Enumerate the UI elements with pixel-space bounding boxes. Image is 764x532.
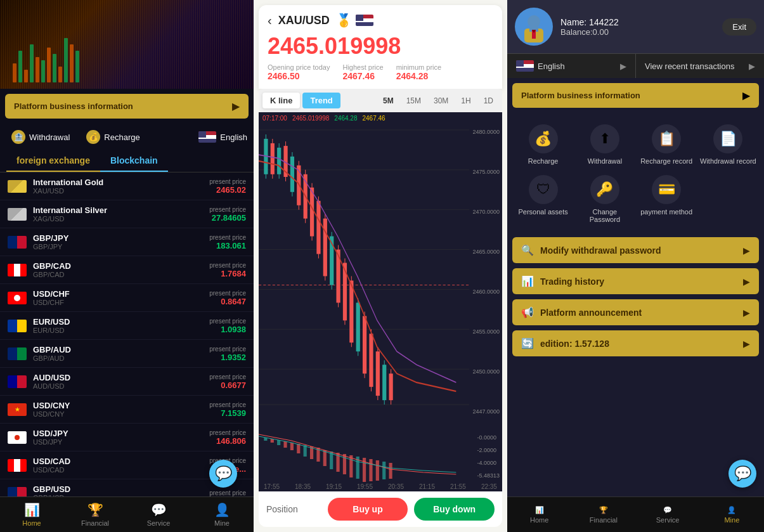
exit-button[interactable]: Exit	[722, 18, 756, 36]
price-label: present price	[209, 206, 246, 213]
tab-kline[interactable]: K line	[262, 93, 300, 108]
buy-up-button[interactable]: Buy up	[328, 498, 408, 521]
nav-mine[interactable]: 👤 Mine	[190, 497, 254, 532]
svg-rect-51	[277, 440, 280, 445]
tab-trend[interactable]: Trend	[302, 93, 340, 108]
list-item[interactable]: USD/CHF USD/CHF present price 0.8647	[0, 284, 254, 312]
recharge-record-grid-item[interactable]: 📋 Recharge record	[636, 119, 697, 170]
trading-history-item[interactable]: 📊 Trading history ▶	[512, 268, 759, 294]
personal-assets-grid-item[interactable]: 🛡 Personal assets	[512, 170, 574, 228]
language-option[interactable]: English ▶	[507, 54, 636, 78]
withdrawal-record-label: Withdrawal record	[700, 157, 756, 165]
payment-method-grid-item[interactable]: 💳 payment method	[636, 170, 697, 228]
candlestick-chart[interactable]: 07:17:00 2465.019998 2464.28 2467.46 248…	[259, 112, 502, 431]
list-item[interactable]: AUD/USD AUD/USD present price 0.6677	[0, 368, 254, 396]
currency-code: XAG/USD	[33, 215, 209, 223]
withdrawal-grid-item[interactable]: ⬆ Withdrawal	[574, 119, 635, 170]
currency-name: GBP/CAD	[33, 261, 209, 271]
position-link[interactable]: Position	[266, 504, 321, 514]
list-item[interactable]: ★ USD/CNY USD/CNY present price 7.1539	[0, 396, 254, 424]
right-nav-mine[interactable]: 👤 Mine	[700, 497, 764, 532]
volume-svg	[259, 431, 502, 482]
currency-name: USD/CNY	[33, 401, 209, 410]
highest-val: 2467.46	[342, 71, 383, 81]
right-nav-service[interactable]: 💬 Service	[636, 497, 700, 532]
time-tab-1d[interactable]: 1D	[479, 93, 498, 108]
withdrawal-button[interactable]: 🏦 Withdrawal	[6, 127, 75, 146]
min-price-stat: minimum price 2464.28	[396, 63, 442, 81]
time-tab-15m[interactable]: 15M	[401, 93, 426, 108]
chat-fab-left[interactable]: 💬	[209, 460, 237, 488]
currency-code: GBP/CAD	[33, 271, 209, 278]
tab-blockchain[interactable]: Blockchain	[100, 150, 168, 172]
list-item[interactable]: International Silver XAG/USD present pri…	[0, 200, 254, 228]
chat-fab-right[interactable]: 💬	[728, 460, 756, 488]
price-label: present price	[209, 290, 246, 297]
currency-flag-gbpusd	[8, 487, 27, 497]
time-tab-30m[interactable]: 30M	[429, 93, 453, 108]
currency-name: GBP/USD	[33, 484, 209, 494]
modify-password-text: Modify withdrawal password	[540, 245, 737, 256]
right-nav-home[interactable]: 📊 Home	[507, 497, 571, 532]
currency-name: USD/CAD	[33, 457, 209, 466]
withdrawal-record-grid-item[interactable]: 📄 Withdrawal record	[697, 119, 759, 170]
list-item[interactable]: International Gold XAU/USD present price…	[0, 172, 254, 200]
chart-price1: 2465.019998	[292, 115, 329, 122]
list-item[interactable]: GBP/CAD GBP/CAD present price 1.7684	[0, 256, 254, 284]
change-password-grid-item[interactable]: 🔑 Change Password	[574, 170, 635, 228]
nav-service[interactable]: 💬 Service	[127, 497, 190, 532]
nav-home[interactable]: 📊 Home	[0, 497, 63, 532]
platform-announcement-item[interactable]: 📢 Platform announcement ▶	[512, 299, 759, 325]
menu-arrow-2: ▶	[743, 276, 750, 287]
recharge-icon: 💰	[86, 130, 100, 144]
trading-history-icon: 📊	[521, 275, 534, 287]
opening-price-stat: Opening price today 2466.50	[268, 63, 330, 81]
currency-name: International Silver	[33, 205, 209, 215]
min-label: minimum price	[396, 63, 442, 71]
edition-item[interactable]: 🔄 edition: 1.57.128 ▶	[512, 330, 759, 356]
lang-row: English ▶ View recent transactions ▶	[507, 53, 764, 78]
svg-point-69	[528, 15, 540, 28]
withdrawal-label: Withdrawal	[588, 157, 622, 165]
chart-timestamp: 07:17:00	[262, 115, 287, 122]
buy-down-button[interactable]: Buy down	[414, 498, 495, 521]
language-button[interactable]: English	[198, 131, 247, 143]
price-value: 1.9352	[209, 353, 246, 362]
currency-name: EUR/USD	[33, 317, 209, 327]
list-item[interactable]: GBP/AUD GBP/AUD present price 1.9352	[0, 340, 254, 368]
price-label: present price	[209, 401, 246, 408]
back-button[interactable]: ‹	[268, 13, 272, 28]
change-password-label: Change Password	[576, 208, 633, 223]
price-value: 146.806	[209, 436, 246, 446]
right-banner[interactable]: Platform business information ▶	[512, 83, 759, 108]
right-service-label: Service	[656, 516, 680, 524]
currency-flag-usdcny: ★	[8, 403, 27, 416]
y-axis-labels: 2480.0000 2475.0000 2470.0000 2465.0000 …	[472, 112, 500, 431]
highest-price-stat: Highest price 2467.46	[342, 63, 383, 81]
right-banner-text: Platform business information	[521, 91, 640, 100]
nav-mine-label: Mine	[214, 519, 230, 527]
menu-list: 🔍 Modify withdrawal password ▶ 📊 Trading…	[507, 235, 764, 364]
recharge-button[interactable]: 💰 Recharge	[81, 127, 145, 146]
nav-financial[interactable]: 🏆 Financial	[63, 497, 127, 532]
trade-actions: Position Buy up Buy down	[259, 491, 502, 527]
list-item[interactable]: GBP/JPY GBP/JPY present price 183.061	[0, 228, 254, 256]
list-item[interactable]: EUR/USD EUR/USD present price 1.0938	[0, 312, 254, 340]
recharge-grid-item[interactable]: 💰 Recharge	[512, 119, 574, 170]
home-icon: 📊	[24, 502, 40, 517]
right-nav-financial[interactable]: 🏆 Financial	[571, 497, 635, 532]
pair-name: XAU/USD	[278, 14, 330, 27]
trading-history-text: Trading history	[540, 276, 737, 287]
time-tab-5m[interactable]: 5M	[378, 93, 399, 108]
time-tab-1h[interactable]: 1H	[456, 93, 476, 108]
list-item[interactable]: USD/JPY USD/JPY present price 146.806	[0, 424, 254, 451]
tab-foreign-exchange[interactable]: foreign exchange	[6, 150, 100, 172]
currency-flag-gbpcad	[8, 264, 27, 276]
recharge-icon: 💰	[529, 124, 558, 153]
recent-transactions-option[interactable]: View recent transactions ▶	[636, 54, 764, 78]
right-panel: Name: 144222 Balance:0.00 Exit English ▶…	[507, 0, 764, 532]
header-image	[0, 0, 254, 89]
left-banner[interactable]: Platform business information ▶	[5, 94, 249, 119]
modify-withdrawal-password-item[interactable]: 🔍 Modify withdrawal password ▶	[512, 237, 759, 263]
nav-service-label: Service	[147, 519, 171, 527]
